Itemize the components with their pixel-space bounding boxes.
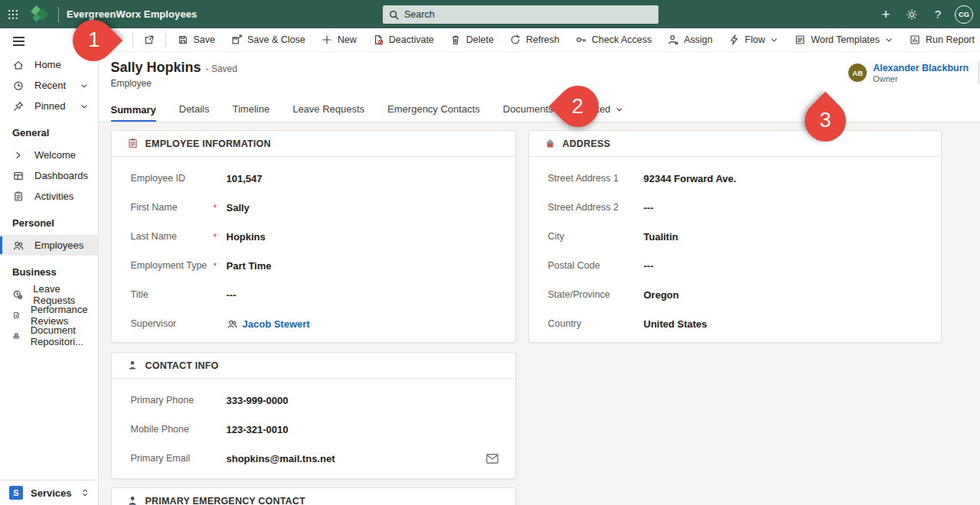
chevron-down-icon [884, 35, 893, 44]
word-templates-icon [794, 34, 806, 46]
contact-info-card: CONTACT INFO Primary Phone 333-999-0000 … [111, 352, 516, 479]
delete-icon [449, 34, 462, 46]
sidebar-item-leave-requests[interactable]: Leave Requests [0, 284, 98, 305]
settings-gear-icon[interactable] [899, 0, 925, 28]
welcome-icon [12, 149, 24, 161]
field-country: Country United States [529, 309, 941, 338]
sidebar-item-employees[interactable]: Employees [0, 235, 98, 256]
check-access-button[interactable]: Check Access [567, 28, 660, 52]
chevron-down-icon [80, 81, 89, 90]
sidebar-item-welcome[interactable]: Welcome [0, 145, 98, 165]
deactivate-button[interactable]: Deactivate [364, 28, 442, 52]
sidebar-item-pinned[interactable]: Pinned [0, 96, 98, 116]
new-button[interactable]: New [313, 28, 364, 52]
new-icon [321, 34, 333, 46]
address-icon [544, 138, 556, 149]
page-title: Sally Hopkins [111, 60, 201, 75]
field-postal-code: Postal Code --- [529, 251, 941, 280]
field-city: City Tualitin [529, 222, 941, 251]
email-icon[interactable] [486, 453, 498, 467]
field-state-province: State/Province Oregon [529, 280, 941, 309]
field-street-address-1: Street Address 1 92344 Forward Ave. [529, 164, 941, 193]
search-input[interactable] [404, 9, 652, 20]
form-body: EMPLOYEE INFORMATION Employee ID 101,547… [99, 122, 980, 505]
waffle-icon[interactable] [0, 0, 26, 28]
sidebar-section-general: General [0, 116, 98, 145]
save-close-icon [230, 34, 243, 46]
help-icon[interactable]: ? [925, 0, 951, 28]
field-mobile-phone: Mobile Phone 123-321-0010 [112, 415, 515, 444]
field-primary-email: Primary Email shopkins@mail.tns.net [112, 444, 515, 473]
field-employee-id: Employee ID 101,547 [112, 164, 515, 193]
tab-summary[interactable]: Summary [111, 104, 156, 122]
command-bar: Save Save & Close New Deactivate [99, 28, 980, 52]
sidebar-section-personel: Personel [0, 207, 98, 235]
address-card: ADDRESS Street Address 1 92344 Forward A… [528, 130, 942, 343]
field-employment-type: Employment Type * Part Time [112, 251, 515, 280]
sidebar-item-performance-reviews[interactable]: Performance Reviews [0, 305, 98, 325]
primary-emergency-contact-card: PRIMARY EMERGENCY CONTACT [111, 487, 516, 505]
run-report-icon [909, 34, 921, 46]
popout-icon [143, 34, 155, 46]
check-access-icon [575, 34, 587, 46]
pinned-icon [12, 100, 24, 112]
search-icon [389, 10, 399, 20]
flow-button[interactable]: Flow [720, 28, 786, 52]
recent-icon [12, 80, 24, 92]
employee-information-card: EMPLOYEE INFORMATION Employee ID 101,547… [111, 130, 516, 343]
app-title[interactable]: EvergreenWorx Employees [67, 8, 197, 20]
quick-create-icon[interactable]: + [873, 0, 899, 28]
owner-lookup-icon [227, 318, 238, 330]
field-last-name: Last Name * Hopkins [112, 222, 515, 251]
employees-icon [12, 239, 24, 252]
popout-button[interactable] [136, 28, 162, 52]
field-title: Title --- [112, 280, 515, 309]
activities-icon [12, 191, 24, 203]
app-logo [28, 3, 54, 26]
topbar-divider [58, 7, 59, 22]
assign-icon [667, 34, 679, 46]
sidebar-section-business: Business [0, 256, 98, 284]
tab-details[interactable]: Details [179, 103, 210, 122]
word-templates-button[interactable]: Word Templates [786, 28, 901, 52]
contact-info-icon [127, 360, 139, 371]
refresh-button[interactable]: Refresh [501, 28, 567, 52]
chevron-down-icon [615, 105, 624, 114]
assign-button[interactable]: Assign [659, 28, 720, 52]
header-divider [978, 61, 979, 84]
sidebar-item-recent[interactable]: Recent [0, 75, 98, 96]
save-button[interactable]: Save [169, 28, 224, 52]
sidebar-item-dashboards[interactable]: Dashboards [0, 165, 98, 186]
sidebar: Home Recent Pinned Gener [0, 28, 99, 505]
tab-documents[interactable]: Documents [503, 103, 554, 122]
sidebar-item-document-repository[interactable]: Document Repositori... [0, 325, 98, 346]
employee-info-icon [127, 138, 139, 149]
save-icon [177, 34, 189, 46]
entity-label: Employee [111, 78, 237, 89]
owner-avatar[interactable]: AB [848, 64, 867, 82]
area-switcher-icon [80, 487, 90, 499]
form-tabs: Summary Details Timeline Leave Requests … [99, 96, 980, 122]
chevron-down-icon [769, 35, 779, 44]
refresh-icon [509, 34, 521, 46]
user-avatar[interactable]: CG [951, 0, 977, 28]
sidebar-item-activities[interactable]: Activities [0, 186, 98, 207]
delete-button[interactable]: Delete [442, 28, 501, 52]
tab-emergency-contacts[interactable]: Emergency Contacts [387, 103, 480, 122]
field-first-name: First Name * Sally [112, 193, 515, 222]
field-primary-phone: Primary Phone 333-999-0000 [112, 386, 515, 415]
record-header: Sally Hopkins- Saved Employee AB Alexand… [99, 52, 980, 96]
tab-leave-requests[interactable]: Leave Requests [292, 103, 364, 122]
supervisor-link[interactable]: Jacob Stewert [243, 318, 310, 330]
save-status: - Saved [206, 64, 237, 74]
leave-requests-icon [12, 288, 23, 301]
run-report-button[interactable]: Run Report [901, 28, 980, 52]
dashboards-icon [12, 170, 24, 182]
emergency-contact-icon [127, 495, 139, 505]
owner-link[interactable]: Alexander Blackburn [873, 63, 969, 73]
tab-timeline[interactable]: Timeline [233, 103, 270, 122]
global-search[interactable] [383, 5, 658, 24]
flow-icon [728, 34, 740, 46]
save-and-close-button[interactable]: Save & Close [223, 28, 313, 52]
area-switcher[interactable]: S Services [0, 480, 98, 505]
